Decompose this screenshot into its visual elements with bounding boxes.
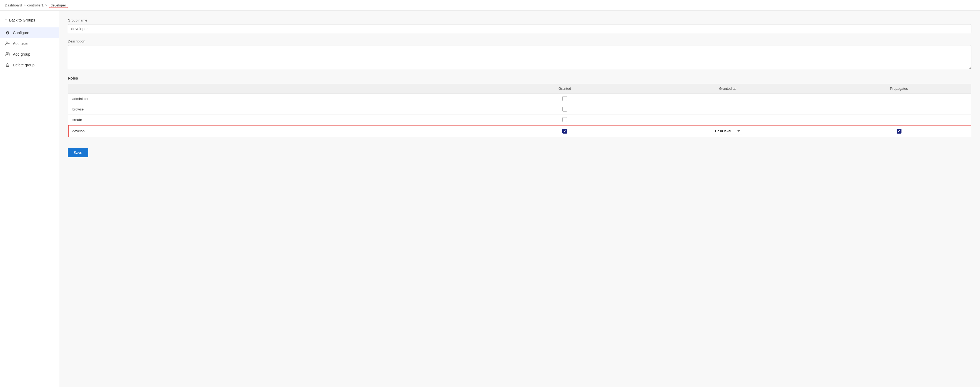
granted-at-select-develop[interactable]: Child level This level Parent level (713, 128, 742, 134)
granted-cell-browse[interactable] (501, 104, 628, 114)
roles-section: Roles Granted Granted at Propagates admi… (68, 76, 971, 137)
breadcrumb-sep-2: > (45, 3, 47, 7)
breadcrumb-developer[interactable]: developer (49, 3, 68, 8)
group-name-label: Group name (68, 18, 971, 22)
sidebar-delete-group-label: Delete group (13, 63, 34, 67)
svg-point-3 (6, 52, 8, 54)
sidebar-add-user-label: Add user (13, 41, 28, 46)
configure-icon: ⚙ (5, 30, 10, 35)
checkbox-develop-propagates[interactable] (897, 129, 902, 133)
checkbox-administer-granted[interactable] (562, 96, 567, 101)
group-name-section: Group name (68, 18, 971, 33)
sidebar-item-add-group[interactable]: Add group (0, 49, 59, 60)
checkbox-create-granted[interactable] (562, 117, 567, 122)
checkbox-develop-granted[interactable] (562, 129, 567, 133)
table-row-develop: develop Child level This level Parent le… (68, 125, 971, 137)
sidebar-item-configure[interactable]: ⚙ Configure (0, 27, 59, 38)
propagates-cell-create (827, 114, 971, 125)
col-header-role (68, 84, 501, 94)
propagates-cell-administer (827, 94, 971, 104)
description-input[interactable] (68, 45, 971, 69)
svg-point-4 (8, 53, 10, 54)
col-header-granted: Granted (501, 84, 628, 94)
save-button[interactable]: Save (68, 148, 88, 157)
breadcrumb-dashboard[interactable]: Dashboard (5, 3, 22, 7)
table-row: create (68, 114, 971, 125)
granted-cell-create[interactable] (501, 114, 628, 125)
granted-cell-develop[interactable] (501, 125, 628, 137)
breadcrumb-sep-1: > (24, 3, 26, 7)
role-name-administer: administer (68, 94, 501, 104)
breadcrumb-controller[interactable]: controller1 (27, 3, 44, 7)
propagates-cell-develop[interactable] (827, 125, 971, 137)
sidebar-item-delete-group[interactable]: Delete group (0, 60, 59, 70)
table-row: administer (68, 94, 971, 104)
description-label: Description (68, 39, 971, 43)
delete-group-icon (5, 62, 10, 68)
back-arrow-icon: ↑ (5, 18, 7, 22)
granted-at-cell-develop[interactable]: Child level This level Parent level (628, 125, 827, 137)
granted-at-cell-administer (628, 94, 827, 104)
group-name-input[interactable] (68, 24, 971, 33)
granted-at-cell-browse (628, 104, 827, 114)
add-group-icon (5, 52, 10, 57)
add-user-icon (5, 41, 10, 46)
table-row: browse (68, 104, 971, 114)
propagates-cell-browse (827, 104, 971, 114)
sidebar-add-group-label: Add group (13, 52, 30, 56)
col-header-granted-at: Granted at (628, 84, 827, 94)
back-to-groups-label: Back to Groups (9, 18, 35, 22)
main-content: Group name Description Roles Granted Gra… (59, 11, 980, 387)
svg-point-0 (6, 42, 8, 43)
sidebar-item-add-user[interactable]: Add user (0, 38, 59, 49)
sidebar: ↑ Back to Groups ⚙ Configure Add user (0, 11, 59, 387)
checkbox-browse-granted[interactable] (562, 107, 567, 111)
role-name-develop: develop (68, 125, 501, 137)
role-name-create: create (68, 114, 501, 125)
role-name-browse: browse (68, 104, 501, 114)
description-section: Description (68, 39, 971, 70)
col-header-propagates: Propagates (827, 84, 971, 94)
breadcrumb: Dashboard > controller1 > developer (0, 0, 980, 11)
sidebar-configure-label: Configure (13, 31, 29, 35)
granted-cell-administer[interactable] (501, 94, 628, 104)
roles-table: Granted Granted at Propagates administer (68, 84, 971, 137)
roles-section-title: Roles (68, 76, 971, 80)
granted-at-cell-create (628, 114, 827, 125)
back-to-groups-button[interactable]: ↑ Back to Groups (0, 15, 59, 27)
